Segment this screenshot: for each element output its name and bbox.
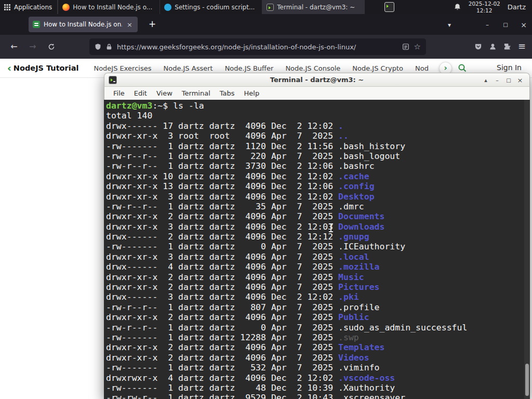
shield-icon[interactable]: [95, 43, 101, 50]
terminal-line: drwxr-xr-x 2 dartz dartz 4096 Apr 7 2025…: [106, 272, 529, 282]
terminal-close-button[interactable]: ×: [515, 75, 525, 85]
terminal-window: Terminal - dartz@vm3: ~ ▴ – □ × FileEdit…: [104, 73, 530, 399]
prompt-user-host: dartz@vm3: [106, 101, 152, 111]
terminal-scrollbar[interactable]: [524, 100, 530, 399]
notification-bell-icon[interactable]: [454, 3, 461, 11]
pocket-icon[interactable]: [474, 43, 482, 50]
file-name: Videos: [338, 353, 369, 363]
browser-toolbar: ← → https://www.geeksforgeeks.org/node-j…: [0, 35, 532, 59]
nav-back-link[interactable]: NodeJS Tutorial: [14, 64, 79, 72]
menu-item-help[interactable]: Help: [240, 89, 264, 97]
file-name: Downloads: [338, 222, 384, 232]
panel-window-button[interactable]: Settings - codium script...: [160, 0, 262, 14]
terminal-line: drwxr-xr-x 3 dartz dartz 4096 Dec 2 12:0…: [106, 192, 529, 202]
menu-item-tabs[interactable]: Tabs: [215, 89, 240, 97]
terminal-line: -rw-r--r-- 1 dartz dartz 35 Apr 7 2025 .…: [106, 202, 529, 211]
panel-window-button[interactable]: How to Install Node.js o...: [58, 0, 160, 14]
app-grid-icon: [4, 4, 10, 10]
top-panel: Applications How to Install Node.js o...…: [0, 0, 532, 14]
sign-in-button[interactable]: Sign In: [497, 63, 522, 72]
file-name: .config: [338, 181, 375, 191]
new-tab-button[interactable]: +: [145, 18, 159, 31]
nav-link[interactable]: Node.JS Console: [285, 64, 340, 72]
file-name: .profile: [338, 302, 379, 312]
file-name: .bash_logout: [338, 151, 400, 161]
file-name: .vscode-oss: [338, 373, 395, 383]
list-tabs-button[interactable]: ▾: [443, 19, 456, 31]
nav-link[interactable]: NodeJS Exercises: [94, 64, 151, 72]
clock-time: 12:12: [469, 7, 500, 14]
terminal-line: drwxr-xr-x 3 root root 4096 Apr 7 2025 .…: [106, 131, 529, 141]
window-minimize-button[interactable]: –: [481, 19, 494, 31]
terminal-line: drwx------ 4 dartz dartz 4096 Apr 7 2025…: [106, 262, 529, 272]
nav-link[interactable]: Node.JS Crypto: [352, 64, 403, 72]
tab-close-button[interactable]: ×: [126, 21, 134, 29]
file-name: .ICEauthority: [338, 242, 405, 251]
reload-button[interactable]: [45, 41, 58, 53]
terminal-titlebar[interactable]: Terminal - dartz@vm3: ~ ▴ – □ ×: [104, 73, 530, 87]
file-name: Desktop: [338, 192, 375, 202]
file-name: .local: [338, 252, 369, 262]
gfg-nav-links: NodeJS ExercisesNode.JS AssertNode.JS Bu…: [82, 64, 429, 72]
file-name: .xscreensaver: [338, 393, 405, 399]
terminal-line: -rw-r--r-- 1 dartz dartz 220 Apr 7 2025 …: [106, 151, 529, 161]
terminal-line: drwxr-xr-x 10 dartz dartz 4096 Dec 2 12:…: [106, 171, 529, 181]
file-name: Public: [338, 312, 369, 322]
file-name: .pki: [338, 292, 359, 302]
forward-button[interactable]: →: [26, 41, 39, 53]
terminal-prompt-line: dartz@vm3:~$ ls -la: [106, 101, 529, 111]
nav-link[interactable]: Node.JS Assert: [163, 64, 212, 72]
reader-mode-icon[interactable]: [402, 43, 409, 50]
menu-item-edit[interactable]: Edit: [129, 89, 152, 97]
nav-back-chevron-icon[interactable]: ‹: [7, 62, 11, 74]
mouse-ibeam-cursor: [330, 223, 331, 232]
tab-title: How to Install Node.js on...: [44, 21, 122, 28]
window-maximize-button[interactable]: □: [499, 19, 512, 31]
back-button[interactable]: ←: [7, 41, 21, 53]
file-name: .mozilla: [338, 262, 379, 272]
file-name: .cache: [338, 171, 369, 181]
terminal-shade-button[interactable]: ▴: [481, 75, 491, 85]
lock-icon[interactable]: [106, 43, 112, 50]
panel-window-buttons: How to Install Node.js o...Settings - co…: [58, 0, 365, 14]
prompt-command: ls -la: [168, 101, 204, 111]
menu-item-view[interactable]: View: [152, 89, 177, 97]
menu-item-file[interactable]: File: [109, 89, 129, 97]
nav-link[interactable]: Node.JS DNS: [415, 64, 429, 72]
applications-menu-button[interactable]: Applications: [0, 0, 57, 14]
nav-link[interactable]: Node.JS Buffer: [225, 64, 274, 72]
firefox-icon: [62, 4, 70, 11]
menu-hamburger-icon[interactable]: ≡: [518, 41, 526, 52]
clock[interactable]: 2025-12-02 12:12: [469, 1, 500, 14]
terminal-line: -rw-r--r-- 1 dartz dartz 807 Apr 7 2025 …: [106, 302, 529, 312]
terminal-line: -rw------- 1 dartz dartz 532 Apr 7 2025 …: [106, 363, 529, 373]
account-icon[interactable]: [489, 43, 497, 50]
menu-item-terminal[interactable]: Terminal: [177, 89, 215, 97]
extensions-puzzle-icon[interactable]: [503, 43, 511, 50]
terminal-line: drwxrwxr-x 4 dartz dartz 4096 Dec 2 12:0…: [106, 373, 529, 383]
file-name: ..: [338, 131, 349, 141]
file-name: .Xauthority: [338, 383, 395, 393]
tray-terminal-icon[interactable]: [384, 2, 394, 12]
bookmark-star-icon[interactable]: ☆: [414, 42, 421, 51]
terminal-line: drwxr-xr-x 3 dartz dartz 4096 Dec 2 12:0…: [106, 222, 529, 232]
terminal-line: drwxr-xr-x 2 dartz dartz 4096 Apr 7 2025…: [106, 353, 529, 363]
url-bar[interactable]: https://www.geeksforgeeks.org/node-js/in…: [89, 38, 426, 55]
panel-window-button[interactable]: Terminal - dartz@vm3: ~: [262, 0, 365, 14]
terminal-line: total 140: [106, 111, 529, 121]
prompt-path: :~$: [152, 101, 168, 111]
system-tray: [384, 2, 394, 12]
file-name: .gnupg: [338, 232, 369, 242]
browser-tab[interactable]: How to Install Node.js on... ×: [29, 17, 138, 32]
terminal-line: drwx------ 3 dartz dartz 4096 Dec 2 12:0…: [106, 292, 529, 302]
file-name: .sudo_as_admin_successful: [338, 323, 467, 332]
terminal-line: drwxr-xr-x 2 dartz dartz 4096 Apr 7 2025…: [106, 282, 529, 292]
terminal-icon: [267, 4, 274, 11]
terminal-body[interactable]: dartz@vm3:~$ ls -la total 140drwx------ …: [104, 100, 530, 399]
terminal-minimize-button[interactable]: –: [492, 75, 502, 85]
terminal-maximize-button[interactable]: □: [503, 75, 514, 85]
scrollbar-thumb[interactable]: [525, 364, 529, 396]
window-close-button[interactable]: ×: [517, 19, 530, 31]
terminal-line: -rw------- 1 dartz dartz 48 Dec 2 10:39 …: [106, 383, 529, 393]
file-name: .swp: [338, 332, 359, 342]
